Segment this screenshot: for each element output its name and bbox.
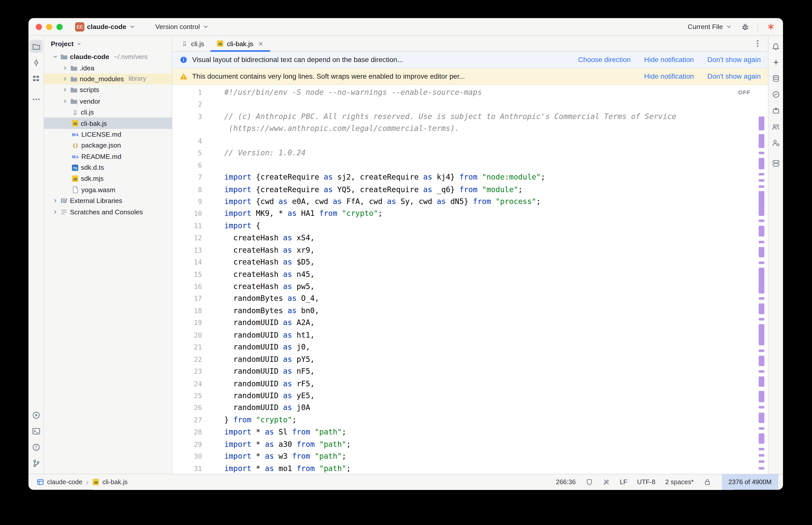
line-number[interactable]: 7 <box>172 171 202 183</box>
code-line[interactable]: 13 createHash as xr9, <box>172 244 768 256</box>
line-number[interactable]: 8 <box>172 183 202 196</box>
line-number[interactable]: 10 <box>172 208 202 220</box>
problems-toolwindow-button[interactable] <box>30 440 42 453</box>
breadcrumb-item-claude-code[interactable]: claude-code <box>37 478 83 486</box>
banner-link-don-t-show-again[interactable]: Don't show again <box>707 72 761 80</box>
indent-widget[interactable]: 2 spaces* <box>665 478 694 486</box>
code-line[interactable]: 10 import MK9, * as HA1 from "crypto"; <box>172 208 768 220</box>
line-number[interactable]: 14 <box>172 256 202 269</box>
code-line[interactable]: 25 randomUUID as yE5, <box>172 390 768 402</box>
close-tab-icon[interactable] <box>257 40 264 47</box>
line-number[interactable]: 5 <box>172 147 202 159</box>
tree-item-cli-js[interactable]: 10JS cli.js <box>44 107 172 118</box>
line-number[interactable]: 1 <box>172 87 202 99</box>
code-line[interactable]: 6 <box>172 159 768 171</box>
tree-item-license-md[interactable]: M LICENSE.md <box>44 129 172 140</box>
code-line[interactable]: 30 import * as w3 from "path"; <box>172 451 768 463</box>
code-line[interactable]: 23 randomUUID as nF5, <box>172 366 768 378</box>
maven-toolwindow-button[interactable] <box>769 157 782 170</box>
hotspots-button[interactable] <box>764 20 778 33</box>
code-line[interactable]: 1 #!/usr/bin/env -S node --no-warnings -… <box>172 87 768 99</box>
code-line[interactable]: 5 // Version: 1.0.24 <box>172 147 768 159</box>
line-number[interactable]: 15 <box>172 269 202 281</box>
project-panel-header[interactable]: Project <box>44 36 172 51</box>
line-number[interactable]: 24 <box>172 378 202 390</box>
tree-item-external-libraries[interactable]: External Libraries <box>44 195 172 206</box>
services-toolwindow-button[interactable] <box>30 408 42 421</box>
tab-cli-bak-js[interactable]: JScli-bak.js <box>210 36 270 51</box>
code-line[interactable]: 27 } from "crypto"; <box>172 414 768 426</box>
line-number[interactable]: 12 <box>172 232 202 244</box>
code-line[interactable]: (https://www.anthropic.com/legal/commerc… <box>172 123 768 135</box>
code-line[interactable]: 28 import * as Sl from "path"; <box>172 426 768 438</box>
line-number[interactable]: 2 <box>172 99 202 111</box>
vcs-widget[interactable]: Version control <box>151 21 213 32</box>
line-number[interactable]: 22 <box>172 354 202 366</box>
code-line[interactable]: 21 randomUUID as j0, <box>172 341 768 353</box>
version-control-toolwindow-button[interactable] <box>30 457 42 469</box>
line-number[interactable]: 21 <box>172 341 202 353</box>
line-number[interactable]: 3 <box>172 111 202 123</box>
line-number[interactable]: 31 <box>172 463 202 474</box>
code-line[interactable]: 14 createHash as $D5, <box>172 256 768 269</box>
line-number[interactable]: 19 <box>172 317 202 329</box>
code-line[interactable]: 17 randomBytes as O_4, <box>172 293 768 305</box>
ai-assistant-button[interactable] <box>769 56 782 69</box>
code-line[interactable]: 2 <box>172 99 768 111</box>
debug-button[interactable] <box>738 20 752 33</box>
terminal-toolwindow-button[interactable] <box>30 425 42 437</box>
banner-link-choose-direction[interactable]: Choose direction <box>578 56 631 64</box>
banner-link-hide-notification[interactable]: Hide notification <box>644 56 694 64</box>
run-button[interactable] <box>738 18 752 20</box>
tree-item-node-modules[interactable]: node_modules library <box>44 73 172 85</box>
code-with-me-button[interactable] <box>769 120 782 133</box>
line-number[interactable]: 17 <box>172 293 202 305</box>
line-number[interactable]: 18 <box>172 305 202 317</box>
line-number[interactable]: 30 <box>172 451 202 463</box>
code-line[interactable]: 26 randomUUID as j0A <box>172 402 768 414</box>
code-line[interactable]: 31 import * as mo1 from "path"; <box>172 463 768 474</box>
plugins-button[interactable] <box>769 104 782 117</box>
banner-link-hide-notification[interactable]: Hide notification <box>644 72 694 80</box>
code-line[interactable]: 11 import { <box>172 220 768 232</box>
line-number[interactable]: 20 <box>172 329 202 341</box>
line-number[interactable]: 23 <box>172 366 202 378</box>
database-toolwindow-button[interactable] <box>769 72 782 85</box>
line-separator-widget[interactable]: LF <box>620 478 627 486</box>
tree-item-scratches-and-consoles[interactable]: Scratches and Consoles <box>44 206 172 217</box>
code-line[interactable]: 29 import * as a30 from "path"; <box>172 438 768 450</box>
line-number[interactable]: 29 <box>172 438 202 450</box>
line-number[interactable]: 25 <box>172 390 202 402</box>
tree-item-cli-bak-js[interactable]: JS cli-bak.js <box>44 118 172 129</box>
code-editor[interactable]: 1 #!/usr/bin/env -S node --no-warnings -… <box>172 85 768 474</box>
code-line[interactable]: 4 <box>172 135 768 147</box>
line-number[interactable]: 13 <box>172 244 202 256</box>
line-number[interactable]: 28 <box>172 426 202 438</box>
tree-item-sdk-d-ts[interactable]: TS sdk.d.ts <box>44 162 172 173</box>
tree-item-package-json[interactable]: {} package.json <box>44 140 172 151</box>
code-line[interactable]: 3 // (c) Anthropic PBC. All rights reser… <box>172 111 768 123</box>
profile-button[interactable] <box>764 18 778 20</box>
close-window-button[interactable] <box>36 24 42 30</box>
code-line[interactable]: 15 createHash as n45, <box>172 269 768 281</box>
tree-item-scripts[interactable]: scripts <box>44 85 172 95</box>
highlighting-level-icon[interactable] <box>603 478 610 486</box>
tree-item-vendor[interactable]: vendor <box>44 95 172 107</box>
line-number[interactable]: 6 <box>172 159 202 171</box>
code-line[interactable]: 9 import {cwd as e0A, cwd as FfA, cwd as… <box>172 196 768 208</box>
code-line[interactable]: 24 randomUUID as rF5, <box>172 378 768 390</box>
file-encoding-widget[interactable]: UTF-8 <box>637 478 655 486</box>
gradle-toolwindow-button[interactable] <box>769 88 782 101</box>
inspections-widget[interactable]: OFF <box>738 89 750 95</box>
line-number[interactable]: 9 <box>172 196 202 208</box>
code-line[interactable]: 19 randomUUID as A2A, <box>172 317 768 329</box>
notifications-button[interactable] <box>769 40 782 53</box>
commit-toolwindow-button[interactable] <box>30 56 42 69</box>
tree-item-claude-code[interactable]: claude-code ~/.nvm/vers <box>44 51 172 62</box>
code-line[interactable]: 7 import {createRequire as sj2, createRe… <box>172 171 768 183</box>
settings-sync-button[interactable] <box>769 136 782 149</box>
more-toolwindows-button[interactable] <box>30 93 42 106</box>
line-number[interactable]: 27 <box>172 414 202 426</box>
memory-indicator[interactable]: 2376 of 4900M <box>722 474 779 490</box>
tree-item-yoga-wasm[interactable]: yoga.wasm <box>44 184 172 195</box>
